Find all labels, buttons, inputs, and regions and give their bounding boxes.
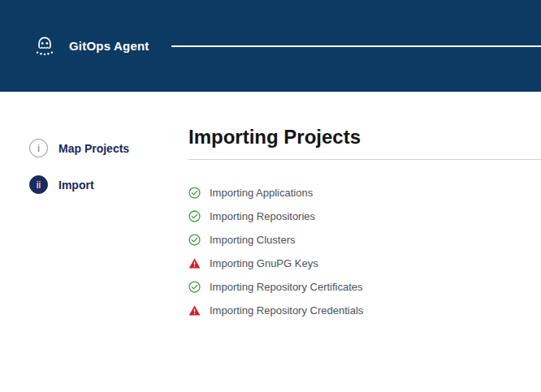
status-label: Importing GnuPG Keys	[210, 257, 318, 269]
status-label: Importing Repositories	[210, 210, 315, 222]
status-row: Importing Clusters	[188, 234, 541, 247]
status-label: Importing Clusters	[210, 234, 295, 246]
brand-name: GitOps Agent	[69, 39, 149, 53]
status-label: Importing Repository Certificates	[210, 281, 363, 293]
status-label: Importing Repository Credentials	[210, 304, 363, 317]
main-panel: Importing Projects Importing Application…	[188, 92, 541, 328]
import-status-list: Importing Applications Importing Reposit…	[188, 187, 541, 317]
warning-triangle-icon	[188, 257, 201, 269]
status-label: Importing Applications	[210, 187, 313, 199]
check-circle-icon	[188, 210, 201, 222]
check-circle-icon	[188, 187, 201, 199]
header-divider-line	[171, 45, 541, 47]
step-number-badge: i	[29, 139, 48, 157]
page-content: i Map Projects ii Import Importing Proje…	[0, 92, 541, 328]
step-label: Map Projects	[58, 142, 129, 155]
check-circle-icon	[188, 281, 201, 293]
status-row: Importing Repositories	[188, 210, 541, 223]
app-header: GitOps Agent	[0, 0, 541, 92]
step-label: Import	[58, 179, 94, 192]
status-row: Importing Repository Certificates	[188, 281, 541, 294]
title-divider	[188, 159, 541, 160]
warning-triangle-icon	[188, 304, 201, 317]
argo-octopus-icon	[31, 32, 58, 60]
status-row: Importing GnuPG Keys	[188, 257, 541, 270]
page-title: Importing Projects	[188, 126, 541, 149]
wizard-sidebar: i Map Projects ii Import	[0, 92, 188, 212]
check-circle-icon	[188, 234, 201, 246]
sidebar-step-import[interactable]: ii Import	[29, 175, 188, 194]
step-number-badge: ii	[29, 175, 48, 194]
status-row: Importing Repository Credentials	[188, 304, 541, 317]
status-row: Importing Applications	[188, 187, 541, 200]
sidebar-step-map-projects[interactable]: i Map Projects	[29, 139, 188, 157]
